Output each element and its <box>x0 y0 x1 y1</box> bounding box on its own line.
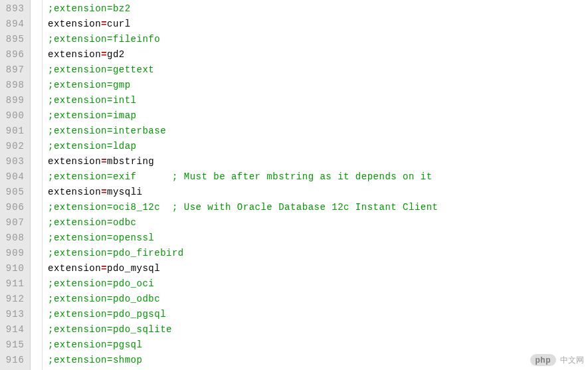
fold-margin <box>31 0 43 370</box>
line-number: 902 <box>3 139 25 154</box>
comment-token: ;extension=oci8_12c ; Use with Oracle Da… <box>48 202 439 213</box>
line-number: 914 <box>3 322 25 337</box>
comment-token: ;extension=bz2 <box>48 3 131 14</box>
line-number: 905 <box>3 185 25 200</box>
line-number: 913 <box>3 307 25 322</box>
line-number: 912 <box>3 292 25 307</box>
comment-token: ;extension=ldap <box>48 141 137 151</box>
line-number: 894 <box>3 17 25 32</box>
code-line[interactable]: ;extension=bz2 <box>48 1 588 17</box>
equals-token: = <box>101 156 107 167</box>
comment-token: ;extension=pdo_pgsql <box>48 309 166 320</box>
code-line[interactable]: extension=pdo_mysql <box>48 261 588 276</box>
code-line[interactable]: ;extension=pdo_pgsql <box>48 307 588 322</box>
code-line[interactable]: ;extension=pdo_sqlite <box>48 322 588 337</box>
comment-token: ;extension=odbc <box>48 217 137 228</box>
comment-token: ;extension=pdo_odbc <box>48 294 160 304</box>
directive-key: extension <box>48 49 101 60</box>
watermark-suffix: 中文网 <box>560 355 584 366</box>
line-number: 908 <box>3 231 25 246</box>
comment-token: ;extension=pdo_firebird <box>48 248 184 258</box>
comment-token: ;extension=pdo_sqlite <box>48 324 172 335</box>
code-line[interactable]: ;extension=interbase <box>48 124 588 139</box>
directive-key: extension <box>48 19 101 29</box>
comment-token: ;extension=interbase <box>48 126 166 136</box>
comment-token: ;extension=shmop <box>48 355 142 365</box>
watermark-brand: php <box>530 354 557 366</box>
code-line[interactable]: ;extension=pgsql <box>48 337 588 353</box>
code-line[interactable]: ;extension=imap <box>48 108 588 124</box>
comment-token: ;extension=gmp <box>48 80 131 90</box>
code-line[interactable]: ;extension=openssl <box>48 231 588 246</box>
code-line[interactable]: extension=gd2 <box>48 47 588 62</box>
watermark: php 中文网 <box>530 354 585 366</box>
line-number: 909 <box>3 246 25 261</box>
code-line[interactable]: extension=curl <box>48 17 588 32</box>
comment-token: ;extension=fileinfo <box>48 34 160 45</box>
line-number: 901 <box>3 124 25 139</box>
line-number: 911 <box>3 276 25 292</box>
line-number: 915 <box>3 337 25 353</box>
code-line[interactable]: ;extension=gmp <box>48 78 588 93</box>
line-number: 899 <box>3 93 25 108</box>
code-line[interactable]: ;extension=exif ; Must be after mbstring… <box>48 169 588 185</box>
code-line[interactable]: ;extension=gettext <box>48 62 588 78</box>
comment-token: ;extension=pgsql <box>48 339 142 350</box>
line-number: 893 <box>3 1 25 17</box>
code-line[interactable]: extension=mysqli <box>48 185 588 200</box>
equals-token: = <box>101 49 107 60</box>
equals-token: = <box>101 187 107 197</box>
comment-token: ;extension=openssl <box>48 232 154 243</box>
directive-key: extension <box>48 263 101 274</box>
code-line[interactable]: ;extension=ldap <box>48 139 588 154</box>
line-number: 903 <box>3 154 25 169</box>
code-line[interactable]: ;extension=odbc <box>48 215 588 231</box>
code-area[interactable]: ;extension=bz2extension=curl;extension=f… <box>43 0 588 370</box>
line-number: 895 <box>3 32 25 47</box>
directive-value: curl <box>107 19 131 29</box>
line-number: 906 <box>3 200 25 215</box>
directive-key: extension <box>48 156 101 167</box>
code-editor: 8938948958968978988999009019029039049059… <box>0 0 588 370</box>
line-number: 910 <box>3 261 25 276</box>
code-line[interactable]: ;extension=pdo_firebird <box>48 246 588 261</box>
comment-token: ;extension=gettext <box>48 64 154 75</box>
line-number-gutter: 8938948958968978988999009019029039049059… <box>0 0 31 370</box>
code-line[interactable]: ;extension=shmop <box>48 353 588 368</box>
equals-token: = <box>101 19 107 29</box>
line-number: 898 <box>3 78 25 93</box>
directive-value: mysqli <box>107 187 142 197</box>
comment-token: ;extension=exif ; Must be after mbstring… <box>48 171 433 182</box>
equals-token: = <box>101 263 107 274</box>
line-number: 897 <box>3 62 25 78</box>
code-line[interactable]: ;extension=pdo_odbc <box>48 292 588 307</box>
code-line[interactable]: ;extension=intl <box>48 93 588 108</box>
line-number: 907 <box>3 215 25 231</box>
directive-value: gd2 <box>107 49 125 60</box>
directive-key: extension <box>48 187 101 197</box>
line-number: 896 <box>3 47 25 62</box>
comment-token: ;extension=imap <box>48 110 137 121</box>
directive-value: mbstring <box>107 156 154 167</box>
code-line[interactable]: ;extension=fileinfo <box>48 32 588 47</box>
comment-token: ;extension=pdo_oci <box>48 278 154 289</box>
line-number: 916 <box>3 353 25 368</box>
code-line[interactable]: extension=mbstring <box>48 154 588 169</box>
line-number: 904 <box>3 169 25 185</box>
line-number: 900 <box>3 108 25 124</box>
code-line[interactable]: ;extension=pdo_oci <box>48 276 588 292</box>
code-line[interactable]: ;extension=oci8_12c ; Use with Oracle Da… <box>48 200 588 215</box>
directive-value: pdo_mysql <box>107 263 160 274</box>
comment-token: ;extension=intl <box>48 95 137 106</box>
